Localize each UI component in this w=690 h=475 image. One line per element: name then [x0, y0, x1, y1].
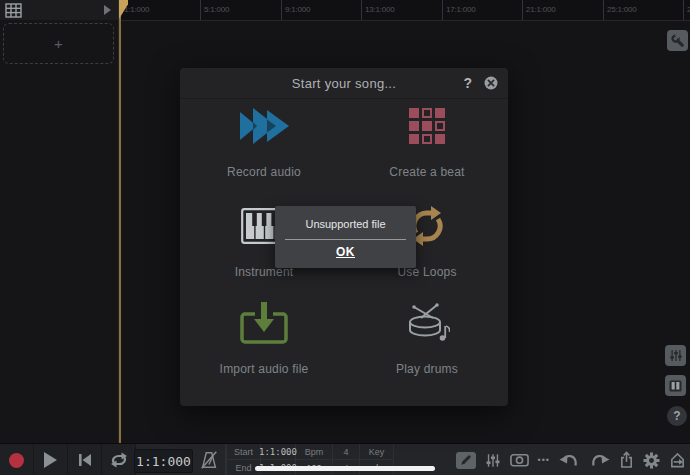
- play-icon: [44, 452, 57, 468]
- grid-icon: [5, 3, 22, 18]
- add-track-button[interactable]: +: [3, 23, 114, 64]
- help-button[interactable]: ?: [667, 406, 687, 426]
- dialog-help-button[interactable]: ?: [463, 75, 472, 91]
- wrench-icon: [671, 34, 684, 47]
- ruler-tick: [200, 0, 201, 20]
- mixer-sliders-icon: [485, 453, 501, 468]
- alert-divider: [285, 239, 406, 240]
- ellipsis-icon: •••: [538, 455, 550, 465]
- settings-button[interactable]: [643, 452, 660, 469]
- play-button[interactable]: [34, 444, 68, 475]
- metronome-button[interactable]: [193, 444, 226, 475]
- ruler-tick-label: 1:1:000: [124, 5, 149, 14]
- help-question-icon: ?: [673, 409, 680, 423]
- pencil-icon: [459, 454, 472, 467]
- bpm-label: Bpm: [296, 444, 333, 460]
- timeline-ruler[interactable]: 1:1:000 5:1:000 9:1:000 13:1:000 17:1:00…: [0, 0, 690, 21]
- dialog-title: Start your song...: [180, 76, 508, 91]
- ruler-tick-label: 25:1:000: [607, 5, 637, 14]
- ruler-tick: [522, 0, 523, 20]
- record-audio-icon: [240, 107, 289, 145]
- dialog-close-button[interactable]: [484, 76, 498, 90]
- unsupported-file-alert: Unsupported file OK: [275, 206, 416, 268]
- track-list-panel: +: [0, 20, 119, 443]
- ruler-tick: [361, 0, 362, 20]
- skip-to-start-icon: [77, 453, 93, 467]
- undo-arrow-icon: [559, 453, 580, 468]
- option-label: Play drums: [352, 362, 502, 376]
- panel-collapse-arrow-icon[interactable]: [104, 5, 111, 15]
- undo-button[interactable]: [559, 453, 580, 468]
- ruler-tick: [281, 0, 282, 20]
- save-exit-button[interactable]: [669, 452, 686, 469]
- timesig-top[interactable]: 4: [333, 444, 360, 460]
- option-label: Import audio file: [189, 362, 339, 376]
- bottom-right-toolbar: •••: [456, 444, 686, 475]
- ruler-tick-label: 9:1:000: [285, 5, 310, 14]
- option-record-audio[interactable]: Record audio: [189, 100, 339, 179]
- track-mixer-button[interactable]: [485, 453, 501, 468]
- tools-wrench-button[interactable]: [667, 30, 688, 51]
- piano-keys-icon: [669, 380, 682, 392]
- ruler-tick: [603, 0, 604, 20]
- redo-arrow-icon: [589, 453, 610, 468]
- keyboard-button[interactable]: [665, 375, 686, 396]
- add-track-plus-icon: +: [54, 35, 63, 52]
- option-label: Create a beat: [352, 165, 502, 179]
- play-drums-icon: [404, 302, 450, 344]
- create-beat-icon: [409, 108, 445, 144]
- redo-button[interactable]: [589, 453, 610, 468]
- ruler-tick-label: 21:1:000: [526, 5, 556, 14]
- playhead-line: [119, 0, 121, 444]
- ruler-tick-label: 5:1:000: [204, 5, 229, 14]
- app-window: 1:1:000 5:1:000 9:1:000 13:1:000 17:1:00…: [0, 0, 690, 475]
- camera-button[interactable]: [510, 453, 529, 467]
- ruler-tick: [683, 0, 684, 20]
- key-label: Key: [360, 444, 394, 460]
- time-display[interactable]: 1:1:000: [134, 449, 193, 473]
- rewind-to-start-button[interactable]: [68, 444, 102, 475]
- share-export-icon: [619, 451, 634, 469]
- alert-message: Unsupported file: [275, 206, 416, 230]
- save-to-library-icon: [669, 452, 686, 469]
- option-create-a-beat[interactable]: Create a beat: [352, 100, 502, 179]
- gear-icon: [643, 452, 660, 469]
- track-header-bar: [0, 0, 119, 20]
- metronome-muted-icon: [199, 449, 219, 471]
- share-button[interactable]: [619, 451, 634, 469]
- loop-button[interactable]: [102, 444, 136, 475]
- loop-icon: [108, 452, 130, 468]
- option-import-audio-file[interactable]: Import audio file: [189, 297, 339, 376]
- edit-tool-button[interactable]: [456, 452, 476, 469]
- ruler-tick-label: 13:1:000: [365, 5, 395, 14]
- start-value-field[interactable]: 1:1:000: [261, 444, 296, 460]
- dialog-header: Start your song... ?: [180, 68, 508, 99]
- start-label: Start: [226, 444, 261, 460]
- close-icon: [484, 76, 498, 90]
- ruler-tick: [442, 0, 443, 20]
- transport-buttons: [0, 444, 136, 475]
- home-indicator[interactable]: [255, 466, 435, 471]
- mixer-button[interactable]: [665, 345, 686, 366]
- mixer-sliders-icon: [669, 349, 683, 362]
- more-options-button[interactable]: •••: [538, 455, 550, 465]
- alert-ok-button[interactable]: OK: [336, 245, 355, 259]
- record-icon: [9, 453, 24, 468]
- record-button[interactable]: [0, 444, 34, 475]
- option-play-drums[interactable]: Play drums: [352, 297, 502, 376]
- import-audio-icon: [240, 302, 288, 344]
- grid-view-button[interactable]: [5, 3, 22, 18]
- ruler-tick-label: 17:1:000: [446, 5, 476, 14]
- option-label: Record audio: [189, 165, 339, 179]
- camera-icon: [510, 453, 529, 467]
